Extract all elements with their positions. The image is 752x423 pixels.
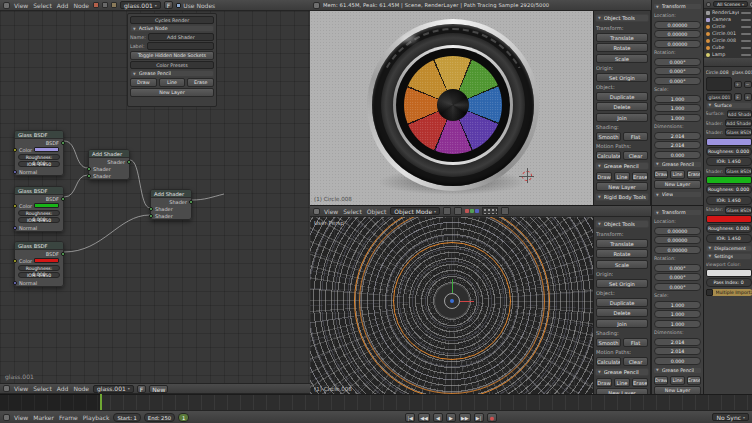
play-reverse-button[interactable]: ◀ xyxy=(433,413,443,422)
menu-view[interactable]: View xyxy=(13,2,29,9)
panel-row[interactable]: View xyxy=(653,191,702,198)
outliner-row[interactable]: Camera xyxy=(704,16,752,23)
shader-output-socket-icon[interactable] xyxy=(61,197,65,201)
panel-row[interactable]: 1.000 xyxy=(654,310,701,318)
x-axis-handle[interactable] xyxy=(460,301,474,302)
prop-row[interactable]: IOR: 1.450 xyxy=(706,157,752,166)
tool-row[interactable]: Duplicate xyxy=(596,298,648,307)
color-input-socket-icon[interactable] xyxy=(13,148,17,152)
panel-row[interactable]: 2.014 xyxy=(654,141,701,149)
tool-row[interactable]: CalculateClear xyxy=(596,151,648,160)
prop-row[interactable]: Shader:Add Shader xyxy=(706,119,752,127)
manipulator-x-icon[interactable] xyxy=(465,209,469,213)
current-frame-line[interactable] xyxy=(100,394,102,410)
prop-row[interactable]: Shader:Glass BSDF xyxy=(706,167,752,175)
tool-row[interactable]: Join xyxy=(596,319,648,328)
swatch-glass2[interactable] xyxy=(34,203,59,208)
prop-row[interactable]: IOR: 1.450 xyxy=(706,196,752,205)
node-title[interactable]: Add Shader xyxy=(89,150,129,158)
pivot-center-icon[interactable] xyxy=(454,207,462,215)
node-glass-bsdf-3[interactable]: Glass BSDF BSDF Color Roughness: 0.000 I… xyxy=(14,241,64,287)
prop-row[interactable]: glass.001F+ xyxy=(706,93,752,101)
normal-input-socket-icon[interactable] xyxy=(13,170,17,174)
wireframe-viewport[interactable]: User Persp (1) Circle.008 xyxy=(310,217,593,395)
tool-row[interactable]: Object Tools xyxy=(595,220,649,228)
panel-row[interactable]: 2.014 xyxy=(654,132,701,140)
panel-row[interactable]: 2.014 xyxy=(654,338,701,346)
play-button[interactable]: ▶ xyxy=(446,413,456,422)
socket-row-color[interactable]: Color xyxy=(15,257,63,264)
normal-input-socket-icon[interactable] xyxy=(13,281,17,285)
outliner-display-mode[interactable]: All Scenes xyxy=(713,1,748,7)
menu-add[interactable]: Add xyxy=(56,2,70,9)
texture-tree-icon[interactable] xyxy=(111,2,117,8)
start-frame-field[interactable]: Start: 1 xyxy=(113,413,140,422)
panel-row[interactable]: New Layer xyxy=(130,88,214,97)
3d-cursor[interactable] xyxy=(522,171,532,181)
outliner-editor-icon[interactable] xyxy=(706,2,711,7)
properties-tab-icon[interactable] xyxy=(718,59,723,65)
y-axis-handle[interactable] xyxy=(452,279,453,293)
properties-tab-icon[interactable] xyxy=(730,59,735,65)
tool-row[interactable]: Rigid Body Tools xyxy=(595,193,649,201)
panel-row[interactable]: 1.000 xyxy=(654,301,701,309)
panel-row[interactable]: Grease Pencil xyxy=(130,70,214,77)
previous-keyframe-button[interactable]: ◀◀ xyxy=(418,413,430,422)
tool-row[interactable]: Grease Pencil xyxy=(595,162,649,170)
node-glass-bsdf-1[interactable]: Glass BSDF BSDF Color Roughness: 0.000 I… xyxy=(14,130,64,176)
shader-output-socket-icon[interactable] xyxy=(61,252,65,256)
prop-row[interactable]: Surface:Add Shader xyxy=(706,110,752,118)
jump-to-start-button[interactable]: |◀ xyxy=(405,413,415,422)
menu-select[interactable]: Select xyxy=(32,385,53,392)
properties-tab-icon[interactable] xyxy=(706,59,711,65)
roughness-slider[interactable]: Roughness: 0.000 xyxy=(18,210,60,216)
shader-output-socket-icon[interactable] xyxy=(127,160,131,164)
node-editor-icon[interactable] xyxy=(3,385,10,392)
swatch-glass3[interactable] xyxy=(34,258,59,263)
tool-row[interactable]: Rotate xyxy=(596,43,648,52)
timeline-ruler[interactable] xyxy=(0,394,752,410)
ior-slider[interactable]: IOR: 1.450 xyxy=(18,272,60,278)
panel-row[interactable]: 0.00000 xyxy=(654,30,701,38)
tool-row[interactable]: Object Tools xyxy=(595,14,649,22)
prop-row[interactable]: Roughness: 0.000 xyxy=(706,147,752,156)
panel-row[interactable]: Name:Add Shader xyxy=(130,33,214,41)
use-nodes-checkbox[interactable]: Use Nodes xyxy=(176,2,215,9)
panel-row[interactable]: Active Node xyxy=(130,25,214,32)
menu-marker[interactable]: Marker xyxy=(32,414,55,421)
tool-row[interactable]: Set Origin xyxy=(596,279,648,288)
panel-row[interactable]: Label: xyxy=(130,42,214,50)
sync-mode-selector[interactable]: No Sync xyxy=(712,413,749,421)
panel-row[interactable]: 0.000 xyxy=(654,357,701,365)
tool-row[interactable]: Scale xyxy=(596,54,648,63)
panel-row[interactable]: Transform xyxy=(653,3,702,10)
node-title[interactable]: Add Shader xyxy=(151,190,191,198)
prop-row[interactable]: +− xyxy=(706,77,752,91)
current-frame-field[interactable]: 1 xyxy=(178,413,189,422)
node-title[interactable]: Glass BSDF xyxy=(15,242,63,250)
manipulator-z-icon[interactable] xyxy=(475,209,479,213)
panel-row[interactable]: New Layer xyxy=(654,180,701,189)
swatch-glass1[interactable] xyxy=(34,147,59,152)
panel-row[interactable]: 0.000° xyxy=(654,58,701,66)
layers-widget[interactable] xyxy=(482,207,498,215)
ior-slider[interactable]: IOR: 1.450 xyxy=(18,217,60,223)
jump-to-end-button[interactable]: ▶| xyxy=(474,413,484,422)
node-title[interactable]: Glass BSDF xyxy=(15,131,63,139)
prop-row[interactable]: Shader:Glass BSDF xyxy=(706,206,752,214)
outliner-row[interactable]: Cube xyxy=(704,44,752,51)
tool-row[interactable]: SmoothFlat xyxy=(596,132,648,141)
rendered-viewport[interactable]: (1) Circle.008 xyxy=(310,11,593,205)
menu-view[interactable]: View xyxy=(13,385,29,392)
node-canvas[interactable]: Glass BSDF BSDF Color Roughness: 0.000 I… xyxy=(0,11,310,383)
node-add-shader-1[interactable]: Add Shader Shader Shader Shader xyxy=(88,149,130,180)
panel-row[interactable]: Cycles Render xyxy=(130,16,214,24)
node-editor-icon[interactable] xyxy=(3,2,10,9)
tool-row[interactable]: SmoothFlat xyxy=(596,338,648,347)
panel-row[interactable]: Transform xyxy=(653,209,702,216)
view3d-editor-icon[interactable] xyxy=(313,208,320,215)
material-datablock-selector[interactable]: glass.001 xyxy=(93,385,134,393)
prop-row[interactable]: Settings xyxy=(706,253,752,260)
tool-row[interactable]: Scale xyxy=(596,260,648,269)
timeline-editor-icon[interactable] xyxy=(3,414,10,421)
